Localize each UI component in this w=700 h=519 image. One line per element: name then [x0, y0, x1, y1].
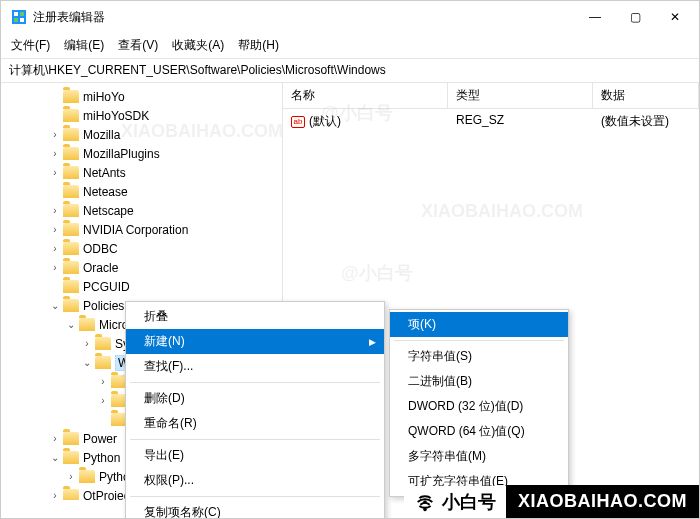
list-row[interactable]: ab (默认) REG_SZ (数值未设置)	[283, 109, 699, 134]
watermark-banner: 小白号 XIAOBAIHAO.COM	[404, 485, 699, 518]
folder-icon	[63, 185, 79, 198]
chevron-right-icon[interactable]: ›	[49, 490, 61, 500]
chevron-right-icon[interactable]: ›	[49, 148, 61, 159]
ctx-new-multistring[interactable]: 多字符串值(M)	[390, 444, 568, 469]
tree-item[interactable]: miHoYo	[1, 87, 282, 106]
chevron-right-icon[interactable]: ›	[65, 471, 77, 482]
list-header: 名称 类型 数据	[283, 83, 699, 109]
tree-item-label: miHoYo	[83, 90, 125, 104]
ctx-permissions[interactable]: 权限(P)...	[126, 468, 384, 493]
row-data-text: (数值未设置)	[593, 111, 699, 132]
tree-item-label: Netease	[83, 185, 128, 199]
folder-icon	[95, 356, 111, 369]
ctx-new-qword[interactable]: QWORD (64 位)值(Q)	[390, 419, 568, 444]
ctx-new-binary[interactable]: 二进制值(B)	[390, 369, 568, 394]
tree-item-label: MozillaPlugins	[83, 147, 160, 161]
tree-item-label: Python	[83, 451, 120, 465]
tree-item-label: Power	[83, 432, 117, 446]
menu-favorites[interactable]: 收藏夹(A)	[166, 35, 230, 56]
chevron-right-icon[interactable]: ›	[49, 433, 61, 444]
ctx-new-string[interactable]: 字符串值(S)	[390, 344, 568, 369]
svg-rect-2	[20, 12, 24, 16]
tree-item[interactable]: ›Mozilla	[1, 125, 282, 144]
regedit-icon	[11, 9, 27, 25]
close-button[interactable]: ✕	[655, 3, 695, 31]
window-title: 注册表编辑器	[33, 9, 575, 26]
folder-icon	[79, 318, 95, 331]
chevron-down-icon[interactable]: ⌄	[81, 357, 93, 368]
ctx-collapse[interactable]: 折叠	[126, 304, 384, 329]
chevron-down-icon[interactable]: ⌄	[65, 319, 77, 330]
ctx-new-key[interactable]: 项(K)	[390, 312, 568, 337]
folder-icon	[63, 204, 79, 217]
tree-item[interactable]: ›Netscape	[1, 201, 282, 220]
folder-icon	[63, 261, 79, 274]
tree-item[interactable]: ›NetAnts	[1, 163, 282, 182]
tree-item[interactable]: Netease	[1, 182, 282, 201]
folder-icon	[95, 337, 111, 350]
menu-view[interactable]: 查看(V)	[112, 35, 164, 56]
folder-icon	[63, 280, 79, 293]
tree-item-label: PCGUID	[83, 280, 130, 294]
context-menu-new-submenu: 项(K) 字符串值(S) 二进制值(B) DWORD (32 位)值(D) QW…	[389, 309, 569, 497]
chevron-right-icon[interactable]: ›	[49, 224, 61, 235]
context-menu-main: 折叠 新建(N) ▶ 查找(F)... 删除(D) 重命名(R) 导出(E) 权…	[125, 301, 385, 519]
menu-help[interactable]: 帮助(H)	[232, 35, 285, 56]
tree-item[interactable]: ›NVIDIA Corporation	[1, 220, 282, 239]
chevron-down-icon[interactable]: ⌄	[49, 452, 61, 463]
chevron-right-icon[interactable]: ›	[97, 395, 109, 406]
folder-icon	[63, 299, 79, 312]
separator	[394, 340, 564, 341]
tree-item-label: Netscape	[83, 204, 134, 218]
folder-icon	[63, 451, 79, 464]
folder-icon	[63, 128, 79, 141]
minimize-button[interactable]: —	[575, 3, 615, 31]
chevron-right-icon[interactable]: ›	[49, 262, 61, 273]
banner-right-text: XIAOBAIHAO.COM	[506, 485, 699, 518]
tree-item-label: NVIDIA Corporation	[83, 223, 188, 237]
folder-icon	[63, 489, 79, 500]
maximize-button[interactable]: ▢	[615, 3, 655, 31]
menu-file[interactable]: 文件(F)	[5, 35, 56, 56]
submenu-arrow-icon: ▶	[369, 337, 376, 347]
chevron-right-icon[interactable]: ›	[49, 167, 61, 178]
ctx-new[interactable]: 新建(N) ▶	[126, 329, 384, 354]
chevron-right-icon[interactable]: ›	[49, 243, 61, 254]
header-name[interactable]: 名称	[283, 83, 448, 108]
svg-rect-3	[14, 18, 18, 22]
row-type-text: REG_SZ	[448, 111, 593, 132]
tree-item[interactable]: ›MozillaPlugins	[1, 144, 282, 163]
titlebar: 注册表编辑器 — ▢ ✕	[1, 1, 699, 33]
menubar: 文件(F) 编辑(E) 查看(V) 收藏夹(A) 帮助(H)	[1, 33, 699, 58]
header-type[interactable]: 类型	[448, 83, 593, 108]
tree-item[interactable]: PCGUID	[1, 277, 282, 296]
ctx-delete[interactable]: 删除(D)	[126, 386, 384, 411]
ctx-export[interactable]: 导出(E)	[126, 443, 384, 468]
address-bar[interactable]: 计算机\HKEY_CURRENT_USER\Software\Policies\…	[1, 58, 699, 83]
svg-point-5	[423, 500, 427, 504]
chevron-down-icon[interactable]: ⌄	[49, 300, 61, 311]
ctx-find[interactable]: 查找(F)...	[126, 354, 384, 379]
folder-icon	[63, 166, 79, 179]
tree-item-label: ODBC	[83, 242, 118, 256]
folder-icon	[63, 147, 79, 160]
chevron-right-icon[interactable]: ›	[81, 338, 93, 349]
ctx-new-dword[interactable]: DWORD (32 位)值(D)	[390, 394, 568, 419]
tree-item-label: Oracle	[83, 261, 118, 275]
tree-item[interactable]: miHoYoSDK	[1, 106, 282, 125]
ctx-new-label: 新建(N)	[144, 334, 185, 348]
header-data[interactable]: 数据	[593, 83, 699, 108]
separator	[130, 382, 380, 383]
chevron-right-icon[interactable]: ›	[49, 205, 61, 216]
folder-icon	[63, 242, 79, 255]
folder-icon	[63, 223, 79, 236]
ctx-copy-key[interactable]: 复制项名称(C)	[126, 500, 384, 519]
chevron-right-icon[interactable]: ›	[49, 129, 61, 140]
tree-item[interactable]: ›Oracle	[1, 258, 282, 277]
string-value-icon: ab	[291, 116, 305, 128]
tree-item[interactable]: ›ODBC	[1, 239, 282, 258]
ctx-rename[interactable]: 重命名(R)	[126, 411, 384, 436]
menu-edit[interactable]: 编辑(E)	[58, 35, 110, 56]
chevron-right-icon[interactable]: ›	[97, 376, 109, 387]
folder-icon	[63, 109, 79, 122]
